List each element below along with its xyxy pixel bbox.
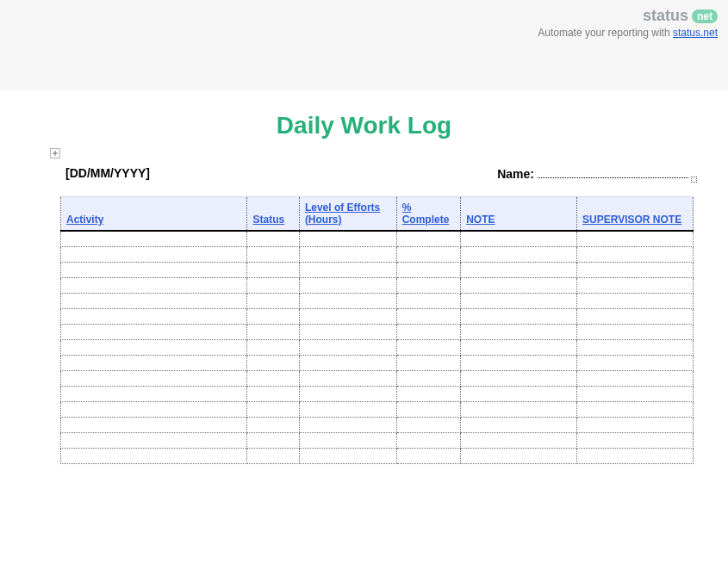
table-cell[interactable] (577, 355, 694, 370)
table-cell[interactable] (299, 246, 396, 262)
table-cell[interactable] (299, 417, 396, 432)
table-cell[interactable] (461, 339, 577, 355)
table-cell[interactable] (299, 355, 396, 370)
table-cell[interactable] (461, 386, 577, 401)
table-cell[interactable] (61, 231, 247, 247)
table-cell[interactable] (396, 324, 461, 339)
brand-block: status net Automate your reporting with … (538, 7, 718, 39)
table-cell[interactable] (247, 448, 299, 463)
table-header-row: Activity Status Level of Efforts (Hours)… (61, 197, 694, 231)
table-cell[interactable] (299, 324, 396, 339)
table-cell[interactable] (461, 355, 577, 370)
table-cell[interactable] (247, 432, 299, 448)
table-cell[interactable] (299, 432, 396, 448)
table-cell[interactable] (396, 293, 461, 308)
table-cell[interactable] (396, 231, 461, 247)
table-cell[interactable] (577, 308, 694, 324)
table-cell[interactable] (247, 324, 299, 339)
table-cell[interactable] (461, 262, 577, 277)
table-cell[interactable] (577, 231, 694, 247)
table-cell[interactable] (396, 277, 461, 293)
table-cell[interactable] (577, 432, 694, 448)
table-cell[interactable] (396, 417, 461, 432)
table-row (61, 246, 694, 262)
name-input-line[interactable] (538, 165, 688, 178)
table-cell[interactable] (61, 293, 247, 308)
table-cell[interactable] (247, 262, 299, 277)
table-cell[interactable] (461, 448, 577, 463)
table-cell[interactable] (577, 370, 694, 386)
table-cell[interactable] (577, 417, 694, 432)
table-cell[interactable] (61, 417, 247, 432)
table-cell[interactable] (577, 401, 694, 417)
name-field: Name: (497, 165, 688, 181)
table-cell[interactable] (247, 277, 299, 293)
table-cell[interactable] (396, 339, 461, 355)
table-cell[interactable] (396, 432, 461, 448)
table-cell[interactable] (396, 308, 461, 324)
table-cell[interactable] (61, 355, 247, 370)
table-cell[interactable] (299, 262, 396, 277)
table-cell[interactable] (247, 401, 299, 417)
table-cell[interactable] (299, 308, 396, 324)
table-cell[interactable] (396, 262, 461, 277)
table-cell[interactable] (247, 308, 299, 324)
table-cell[interactable] (247, 386, 299, 401)
table-cell[interactable] (461, 370, 577, 386)
table-cell[interactable] (461, 401, 577, 417)
table-cell[interactable] (577, 246, 694, 262)
table-cell[interactable] (461, 308, 577, 324)
table-cell[interactable] (299, 386, 396, 401)
table-cell[interactable] (461, 417, 577, 432)
table-cell[interactable] (577, 448, 694, 463)
table-cell[interactable] (396, 355, 461, 370)
table-cell[interactable] (461, 324, 577, 339)
table-cell[interactable] (247, 355, 299, 370)
table-cell[interactable] (396, 448, 461, 463)
top-band: status net Automate your reporting with … (0, 0, 728, 90)
brand-logo: status net (643, 7, 718, 25)
brand-link[interactable]: status.net (673, 27, 718, 39)
table-cell[interactable] (396, 386, 461, 401)
table-cell[interactable] (461, 246, 577, 262)
table-cell[interactable] (577, 277, 694, 293)
table-cell[interactable] (461, 277, 577, 293)
table-row (61, 432, 694, 448)
table-cell[interactable] (299, 231, 396, 247)
table-cell[interactable] (577, 386, 694, 401)
table-cell[interactable] (396, 370, 461, 386)
table-cell[interactable] (61, 401, 247, 417)
table-cell[interactable] (247, 417, 299, 432)
table-cell[interactable] (247, 246, 299, 262)
table-cell[interactable] (461, 293, 577, 308)
table-cell[interactable] (61, 370, 247, 386)
table-cell[interactable] (247, 293, 299, 308)
table-cell[interactable] (299, 401, 396, 417)
table-cell[interactable] (247, 231, 299, 247)
table-cell[interactable] (247, 339, 299, 355)
table-cell[interactable] (61, 246, 247, 262)
table-cell[interactable] (61, 262, 247, 277)
table-cell[interactable] (299, 339, 396, 355)
table-cell[interactable] (61, 277, 247, 293)
table-cell[interactable] (299, 293, 396, 308)
table-cell[interactable] (61, 308, 247, 324)
table-cell[interactable] (299, 370, 396, 386)
table-cell[interactable] (396, 246, 461, 262)
table-cell[interactable] (61, 324, 247, 339)
table-cell[interactable] (61, 448, 247, 463)
table-cell[interactable] (461, 231, 577, 247)
table-cell[interactable] (461, 432, 577, 448)
table-row (61, 386, 694, 401)
table-cell[interactable] (577, 324, 694, 339)
table-cell[interactable] (61, 339, 247, 355)
table-cell[interactable] (577, 262, 694, 277)
table-cell[interactable] (577, 293, 694, 308)
table-cell[interactable] (61, 386, 247, 401)
table-cell[interactable] (396, 401, 461, 417)
table-cell[interactable] (299, 448, 396, 463)
table-cell[interactable] (299, 277, 396, 293)
table-cell[interactable] (577, 339, 694, 355)
table-cell[interactable] (247, 370, 299, 386)
table-cell[interactable] (61, 432, 247, 448)
